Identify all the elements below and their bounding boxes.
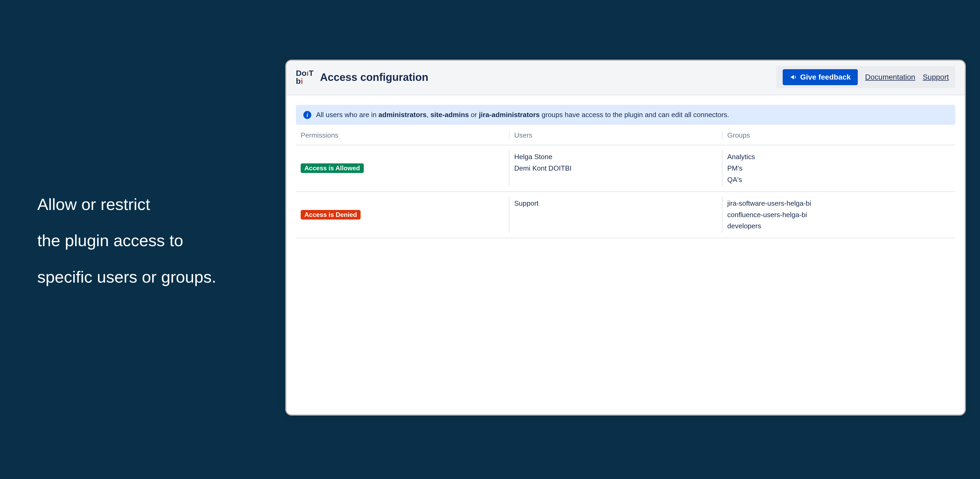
table-body: Access is AllowedHelga StoneDemi Kont DO… — [296, 145, 955, 238]
group-item: developers — [727, 220, 955, 232]
cell-permissions: Access is Denied — [296, 197, 509, 233]
col-header-permissions: Permissions — [296, 131, 509, 140]
page-title: Access configuration — [320, 71, 428, 83]
info-text: All users who are in administrators, sit… — [316, 111, 729, 119]
marketing-caption: Allow or restrict the plugin access to s… — [37, 186, 216, 295]
table-header: Permissions Users Groups — [296, 125, 955, 145]
cell-users: Support — [509, 197, 722, 233]
documentation-link[interactable]: Documentation — [865, 73, 915, 81]
col-header-groups: Groups — [722, 131, 955, 140]
info-banner: i All users who are in administrators, s… — [296, 105, 955, 125]
support-link[interactable]: Support — [923, 73, 949, 81]
info-icon: i — [303, 111, 311, 119]
caption-line-3: specific users or groups. — [37, 259, 216, 295]
user-item: Demi Kont DOITBI — [514, 163, 722, 174]
header-actions: Give feedback Documentation Support — [776, 66, 955, 88]
group-item: jira-software-users-helga-bi — [727, 198, 955, 209]
user-item: Support — [514, 198, 722, 209]
caption-line-2: the plugin access to — [37, 222, 216, 259]
feedback-label: Give feedback — [800, 73, 851, 81]
group-item: confluence-users-helga-bi — [727, 209, 955, 220]
cell-users: Helga StoneDemi Kont DOITBI — [509, 150, 722, 187]
app-header: DoıTbi Access configuration Give feedbac… — [286, 61, 965, 95]
table-row[interactable]: Access is AllowedHelga StoneDemi Kont DO… — [296, 145, 955, 192]
status-badge: Access is Denied — [301, 210, 361, 220]
table-row[interactable]: Access is DeniedSupportjira-software-use… — [296, 192, 955, 238]
header-left: DoıTbi Access configuration — [296, 69, 428, 85]
permissions-table: Permissions Users Groups Access is Allow… — [296, 125, 955, 238]
give-feedback-button[interactable]: Give feedback — [783, 69, 858, 85]
user-item: Helga Stone — [514, 151, 722, 163]
cell-groups: AnalyticsPM'sQA's — [722, 150, 955, 187]
megaphone-icon — [790, 73, 797, 81]
group-item: Analytics — [727, 151, 955, 163]
caption-line-1: Allow or restrict — [37, 186, 216, 222]
group-item: PM's — [727, 163, 955, 174]
col-header-users: Users — [509, 131, 722, 140]
group-item: QA's — [727, 174, 955, 186]
logo: DoıTbi — [296, 69, 314, 85]
status-badge: Access is Allowed — [301, 163, 364, 173]
app-window: DoıTbi Access configuration Give feedbac… — [286, 61, 965, 415]
cell-groups: jira-software-users-helga-biconfluence-u… — [722, 197, 955, 233]
cell-permissions: Access is Allowed — [296, 150, 509, 187]
